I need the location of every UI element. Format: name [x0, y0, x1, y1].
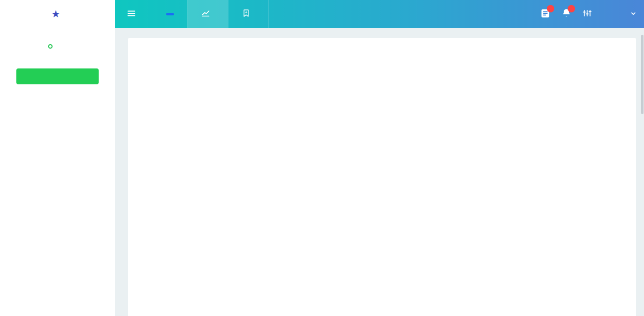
nav-item-reports[interactable] [187, 0, 228, 28]
ace-editor-card [128, 38, 636, 316]
sidebar-toggle-button[interactable] [115, 0, 148, 28]
user-avatar [611, 7, 625, 21]
settings-button[interactable] [582, 8, 592, 20]
profile-role [45, 44, 53, 49]
top-header: ★ [0, 0, 644, 28]
sidebar-profile[interactable] [0, 28, 115, 56]
chart-icon [201, 9, 210, 19]
messages-count-badge [547, 5, 554, 12]
sidebar [0, 28, 115, 316]
new-project-button[interactable] [16, 68, 99, 84]
chevron-down-icon [631, 10, 636, 18]
online-status-dot [48, 44, 53, 49]
scrollbar-thumb[interactable] [641, 35, 644, 114]
top-navbar [115, 0, 644, 28]
page: { "brand": { "star_icon": "star-icon", "… [0, 0, 644, 316]
notifications-button[interactable] [561, 8, 572, 20]
notifications-count-badge [568, 5, 575, 12]
navbar-actions [540, 0, 644, 28]
nav-item-schedule[interactable] [148, 0, 187, 28]
hamburger-icon [126, 8, 136, 20]
profile-avatar [19, 37, 38, 56]
user-dropdown[interactable] [603, 7, 636, 21]
sliders-icon [582, 8, 592, 20]
bookmark-plus-icon [242, 9, 250, 19]
profile-text [45, 44, 53, 49]
new-badge [166, 13, 174, 15]
page-scrollbar[interactable] [640, 28, 644, 316]
messages-button[interactable] [540, 8, 551, 20]
brand-logo[interactable]: ★ [0, 0, 115, 28]
star-icon: ★ [52, 9, 60, 19]
main-content [115, 28, 644, 316]
nav-item-score[interactable] [228, 0, 269, 28]
